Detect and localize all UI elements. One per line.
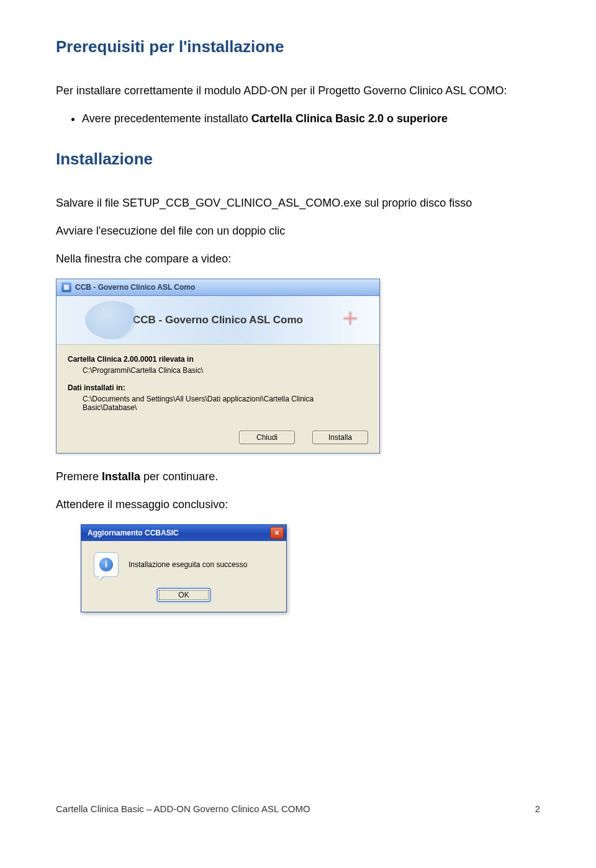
close-button[interactable]: Chiudi bbox=[239, 431, 295, 444]
install-button[interactable]: Installa bbox=[312, 431, 368, 444]
text-bold-installa: Installa bbox=[102, 470, 140, 483]
prereq-list: Avere precedentemente installato Cartell… bbox=[56, 110, 540, 127]
dialog-body: Cartella Clinica 2.00.0001 rilevata in C… bbox=[56, 345, 379, 426]
banner-decoration bbox=[85, 301, 141, 339]
close-icon[interactable]: × bbox=[270, 527, 284, 539]
dialog-banner: + CCB - Governo Clinico ASL Como bbox=[56, 296, 379, 345]
detected-label: Cartella Clinica 2.00.0001 rilevata in bbox=[68, 355, 368, 364]
messagebox-body: i Installazione eseguita con successo bbox=[81, 541, 286, 584]
paragraph-window-appears: Nella finestra che compare a video: bbox=[56, 251, 540, 267]
paragraph-intro: Per installare correttamente il modulo A… bbox=[56, 83, 540, 99]
ok-button[interactable]: OK bbox=[157, 588, 210, 602]
plus-icon: + bbox=[342, 305, 358, 332]
text-post: per continuare. bbox=[140, 470, 218, 483]
paragraph-save-file: Salvare il file SETUP_CCB_GOV_CLINICO_AS… bbox=[56, 195, 540, 212]
dialog-title: CCB - Governo Clinico ASL Como bbox=[75, 283, 195, 292]
heading-prerequisites: Prerequisiti per l'installazione bbox=[56, 37, 540, 56]
page-number: 2 bbox=[535, 803, 540, 814]
list-item: Avere precedentemente installato Cartell… bbox=[82, 110, 540, 127]
heading-installation: Installazione bbox=[56, 150, 540, 169]
paragraph-press-install: Premere Installa per continuare. bbox=[56, 468, 540, 485]
page-footer: Cartella Clinica Basic – ADD-ON Governo … bbox=[56, 803, 540, 814]
bullet-text-pre: Avere precedentemente installato bbox=[82, 112, 251, 125]
installer-dialog: CCB - Governo Clinico ASL Como + CCB - G… bbox=[56, 279, 380, 454]
paragraph-run-file: Avviare l'esecuzione del file con un dop… bbox=[56, 223, 540, 239]
messagebox-title: Aggiornamento CCBASIC bbox=[88, 529, 179, 537]
data-installed-path: C:\Documents and Settings\All Users\Dati… bbox=[68, 392, 368, 417]
detected-path: C:\Programmi\Cartella Clinica Basic\ bbox=[68, 364, 368, 380]
paragraph-wait-message: Attendere il messaggio conclusivo: bbox=[56, 496, 540, 513]
text-pre: Premere bbox=[56, 470, 102, 483]
svg-rect-0 bbox=[64, 285, 69, 290]
banner-title: CCB - Governo Clinico ASL Como bbox=[133, 314, 303, 326]
footer-text: Cartella Clinica Basic – ADD-ON Governo … bbox=[56, 803, 310, 814]
data-installed-label: Dati installati in: bbox=[68, 383, 368, 392]
messagebox-titlebar: Aggiornamento CCBASIC × bbox=[81, 525, 286, 541]
messagebox-text: Installazione eseguita con successo bbox=[129, 560, 247, 569]
bullet-text-bold: Cartella Clinica Basic 2.0 o superiore bbox=[251, 112, 448, 125]
messagebox-dialog: Aggiornamento CCBASIC × i Installazione … bbox=[81, 524, 287, 612]
app-icon bbox=[61, 282, 71, 292]
dialog-titlebar: CCB - Governo Clinico ASL Como bbox=[56, 279, 379, 296]
messagebox-actions: OK bbox=[81, 584, 286, 612]
info-icon: i bbox=[94, 552, 119, 577]
dialog-actions: Chiudi Installa bbox=[56, 426, 379, 453]
